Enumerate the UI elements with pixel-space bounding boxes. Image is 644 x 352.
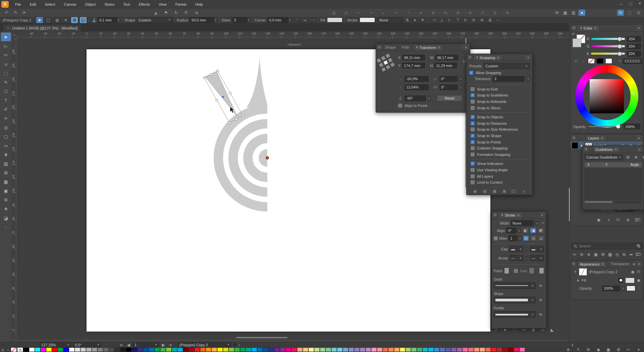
reset-button[interactable]: Reset: [437, 95, 462, 101]
color-swatch[interactable]: [286, 348, 291, 352]
pencil-tool[interactable]: ✐: [1, 105, 11, 114]
clear-preset-icon[interactable]: ⊠: [491, 188, 498, 194]
mesh-tool[interactable]: ⊞: [1, 168, 11, 177]
color-swatch[interactable]: [172, 348, 177, 352]
color-swatch[interactable]: [485, 348, 491, 352]
pixel-grid-icon[interactable]: ▦: [562, 10, 569, 16]
column-header-y[interactable]: Y: [603, 163, 621, 167]
color-swatch[interactable]: [406, 348, 411, 352]
opacity-slider[interactable]: [588, 126, 621, 127]
panel-close-icon[interactable]: ✕: [468, 55, 472, 59]
color-swatch[interactable]: [98, 348, 103, 352]
transform-mode-icon[interactable]: ◍: [54, 17, 60, 23]
color-swatch[interactable]: [508, 348, 514, 352]
y-field[interactable]: 174,7 mm: [402, 63, 425, 68]
dock-scrollbar[interactable]: [569, 188, 570, 221]
button-tool[interactable]: ▣: [1, 186, 11, 195]
color-swatch[interactable]: [200, 348, 206, 352]
color-swatch[interactable]: [206, 348, 211, 352]
remove-preset-icon[interactable]: ⊟: [482, 188, 488, 194]
panel-close-icon[interactable]: ✕: [572, 136, 576, 140]
status-toggle[interactable]: [233, 343, 236, 347]
alignment-options-icon[interactable]: ⋯: [495, 17, 501, 23]
pages-tool[interactable]: ⧉: [1, 195, 11, 204]
color-swatch[interactable]: [46, 348, 52, 352]
stripe-select[interactable]: ▼: [494, 297, 536, 303]
arrow-end-select[interactable]: —▼: [530, 255, 544, 261]
color-swatch[interactable]: [269, 348, 274, 352]
guidelines-preset-select[interactable]: Canvas Guidelines▼: [585, 154, 623, 160]
channel-G-field[interactable]: 204: [627, 44, 641, 49]
fill-type-icon[interactable]: [618, 278, 624, 283]
appearance-opacity-field[interactable]: 100%: [602, 286, 620, 291]
panel-menu-icon[interactable]: ≡: [636, 135, 642, 140]
flag-icon[interactable]: ⚑: [163, 10, 169, 16]
pixel-align-icon[interactable]: ◱: [80, 17, 87, 23]
color-swatch[interactable]: [428, 348, 434, 352]
stroke-style-select[interactable]: None: [378, 17, 402, 23]
geometry-combine-icon[interactable]: ◒: [380, 10, 387, 16]
color-swatch[interactable]: [280, 348, 285, 352]
none-swatch[interactable]: [11, 347, 17, 352]
tolerance-stepper[interactable]: ▲▼: [527, 76, 530, 81]
anchor-point-selector[interactable]: [377, 53, 397, 73]
smooth-tool[interactable]: ▢: [1, 132, 11, 141]
color-swatch[interactable]: [92, 348, 97, 352]
color-swatch[interactable]: [502, 348, 508, 352]
tab-color[interactable]: ⇕ Color✕: [577, 25, 600, 31]
miter-field[interactable]: 1: [508, 235, 517, 241]
color-swatch[interactable]: [371, 348, 377, 352]
secondary-color-icon[interactable]: ○: [581, 58, 586, 64]
menu-canvas[interactable]: Canvas: [59, 0, 80, 9]
color-swatch[interactable]: [291, 348, 297, 352]
color-swatch[interactable]: [189, 348, 194, 352]
panel-menu-icon[interactable]: ≡: [526, 55, 531, 60]
menu-styles[interactable]: Styles: [100, 0, 119, 9]
warp-mesh-tool[interactable]: ⬡: [1, 87, 11, 96]
color-swatch[interactable]: [229, 348, 234, 352]
color-swatch[interactable]: [120, 348, 126, 352]
wheel-hue-marker[interactable]: [632, 91, 635, 95]
snap-to-artboards-checkbox[interactable]: [471, 100, 475, 104]
sides-stepper[interactable]: ▲▼: [247, 17, 250, 22]
color-swatch[interactable]: [240, 348, 246, 352]
add-guide-icon[interactable]: ⊕: [633, 154, 639, 160]
pen-icon[interactable]: ✎: [575, 347, 582, 352]
color-swatch[interactable]: [132, 348, 137, 352]
color-swatch[interactable]: [303, 348, 308, 352]
settings-icon[interactable]: ⚙: [585, 347, 592, 352]
board-icon[interactable]: ▣: [605, 347, 612, 352]
none-swatch[interactable]: [588, 58, 595, 64]
color-swatch[interactable]: [445, 348, 451, 352]
import-icon[interactable]: ⇱: [183, 10, 190, 16]
snapping-options-icon[interactable]: ≋: [521, 188, 527, 194]
trash-icon[interactable]: ⌦: [634, 217, 641, 223]
snap-to-guidelines-checkbox[interactable]: ✓: [471, 93, 475, 97]
shape-select[interactable]: Custom▼: [137, 17, 172, 23]
align-stepper[interactable]: ▲▼: [518, 228, 521, 233]
collision-snapping-checkbox[interactable]: [471, 146, 475, 150]
text-tool[interactable]: T: [1, 96, 11, 105]
corner-stepper[interactable]: ▲▼: [288, 17, 291, 22]
channel-G-slider[interactable]: [592, 45, 625, 47]
color-swatch[interactable]: [348, 348, 354, 352]
fill-color-swatch[interactable]: [625, 278, 635, 283]
effects-tool[interactable]: ❄: [1, 204, 11, 213]
artboard-tool-icon[interactable]: ◭: [153, 10, 159, 16]
scale-y-field[interactable]: 13,04%: [405, 84, 429, 90]
color-swatch[interactable]: [69, 348, 74, 352]
color-swatch[interactable]: [440, 348, 445, 352]
transparency-grid-icon[interactable]: ▨: [570, 10, 577, 16]
color-swatch[interactable]: [195, 348, 200, 352]
tab-snapping[interactable]: ⇕ Snapping✕: [473, 54, 502, 61]
align-top-icon[interactable]: ⊤: [454, 17, 461, 23]
lock-icon[interactable]: ⊓: [636, 269, 641, 275]
menu-text[interactable]: Text: [119, 0, 134, 9]
color-swatch[interactable]: [457, 348, 462, 352]
align-middle-icon[interactable]: ⊩: [463, 17, 469, 23]
snapping-toggle-icon[interactable]: ⊞: [71, 17, 78, 23]
add-guide-from-selection-icon[interactable]: ⊞: [625, 154, 631, 160]
undo-icon[interactable]: ↶: [3, 10, 10, 16]
adjustment-icon[interactable]: ◎: [614, 251, 621, 257]
menu-panels[interactable]: Panels: [171, 0, 191, 9]
